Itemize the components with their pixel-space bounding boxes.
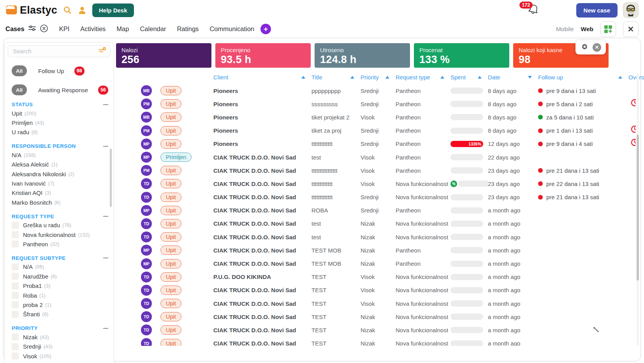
filter-item-aleksandra-nikoloski[interactable]: Aleksandra Nikoloski(2) (8, 169, 111, 179)
assignee-avatar[interactable]: TD (141, 298, 152, 309)
status-chip[interactable]: Upit (160, 232, 181, 242)
sort-desc-icon[interactable] (528, 76, 532, 79)
assignee-avatar[interactable]: MP (141, 139, 152, 149)
status-chip[interactable]: Upit (160, 206, 181, 215)
checkbox[interactable] (12, 263, 19, 270)
checkbox[interactable] (12, 292, 19, 299)
app-logo[interactable]: Elastyc (5, 4, 57, 17)
status-chip[interactable]: Upit (160, 312, 181, 321)
assignee-avatar[interactable]: MP (141, 245, 152, 256)
checkbox[interactable] (12, 343, 19, 350)
filter-item-u-radu[interactable]: U radu(8) (8, 128, 111, 137)
collapse-icon[interactable] (103, 104, 108, 105)
filter-sliders-icon[interactable] (28, 25, 36, 33)
sidebar-scrollbar[interactable] (110, 149, 112, 207)
sort-asc-icon[interactable] (385, 76, 389, 79)
filter-item-gre-ka-u-radu[interactable]: Greška u radu(78) (8, 221, 111, 230)
collapse-icon[interactable] (103, 328, 108, 329)
table-row[interactable]: PMUpitPioneerssssssssssSrednjiPantheon8 … (116, 97, 636, 110)
sort-asc-icon[interactable] (350, 76, 354, 79)
tab-activities[interactable]: Activities (80, 25, 106, 33)
close-icon[interactable]: ✕ (623, 21, 639, 37)
kpi-card-utroseno[interactable]: Utroseno124.8 h (315, 43, 410, 68)
table-row[interactable]: TDUpitCIAK TRUCK D.O.O. Novi Sadtttttttt… (116, 191, 636, 204)
assignee-avatar[interactable]: TD (141, 338, 152, 346)
filter-item-roba[interactable]: Roba(1) (8, 291, 111, 300)
filter-item-aleksa-aleksi[interactable]: Aleksa Aleksić(1) (8, 160, 111, 169)
add-tab-button[interactable]: + (260, 24, 271, 34)
dashboard-add-icon[interactable] (600, 21, 616, 37)
filter-item-visok[interactable]: Visok(105) (8, 351, 111, 361)
status-chip[interactable]: Upit (160, 286, 181, 295)
all-pill[interactable]: All (12, 84, 27, 95)
assignee-avatar[interactable]: MP (141, 152, 152, 163)
filter-item-srednji[interactable]: Srednji(43) (8, 342, 111, 351)
kpi-card-procenat[interactable]: Procenat133 % (414, 43, 509, 68)
status-chip[interactable]: Upit (160, 259, 181, 268)
status-chip[interactable]: Primljen (160, 153, 192, 162)
filter-item-primljen[interactable]: Primljen(43) (8, 118, 111, 127)
tab-cases[interactable]: Cases (5, 24, 48, 34)
filter-item-n-a[interactable]: N/A(86) (8, 262, 111, 272)
checkbox[interactable] (12, 333, 19, 340)
search-icon[interactable] (63, 5, 72, 15)
checkbox[interactable] (12, 352, 19, 359)
status-chip[interactable]: Upit (160, 126, 181, 135)
status-chip[interactable]: Upit (160, 325, 181, 335)
table-row[interactable]: MBUpitPioneerspppppppppSrednjiPantheon8 … (116, 84, 636, 97)
filter-add-icon[interactable] (98, 47, 106, 56)
column-header-date[interactable]: Date (488, 74, 538, 81)
table-row[interactable]: MPUpitPioneerstttttttttttttSrednjiPanthe… (116, 137, 636, 151)
checkbox[interactable] (12, 311, 19, 318)
checkbox[interactable] (12, 273, 19, 280)
assignee-avatar[interactable]: TD (141, 178, 152, 189)
checkbox[interactable] (12, 240, 19, 247)
all-pill[interactable]: All (12, 65, 27, 76)
quick-filter-follow-up[interactable]: AllFollow Up98 (12, 65, 111, 76)
table-row[interactable]: MPUpitCIAK TRUCK D.O.O. Novi SadROBASred… (116, 204, 636, 217)
table-row[interactable]: TDUpitCIAK TRUCK D.O.O. Novi SadTESTViso… (116, 297, 636, 310)
assignee-avatar[interactable]: MP (141, 258, 152, 269)
column-header-follow-up[interactable]: Follow up (538, 74, 628, 81)
table-row[interactable]: TDUpitCIAK TRUCK D.O.O. Novi SadTESTNiza… (116, 323, 636, 337)
tab-map[interactable]: Map (116, 25, 129, 33)
status-chip[interactable]: Upit (160, 219, 181, 228)
assignee-avatar[interactable]: TD (141, 272, 152, 282)
sort-asc-icon[interactable] (618, 76, 622, 79)
checkbox[interactable] (12, 222, 19, 229)
clear-filter-icon[interactable] (40, 24, 48, 34)
workspace-button[interactable]: Help Desk (92, 4, 134, 17)
mode-web[interactable]: Web (581, 26, 593, 33)
filter-item-marko-bosnitch[interactable]: Marko Bosnitch(6) (8, 198, 111, 207)
assignee-avatar[interactable]: TD (141, 218, 152, 229)
sort-asc-icon[interactable] (478, 76, 482, 79)
status-chip[interactable]: Upit (160, 139, 181, 149)
notifications-bell[interactable]: 172 (527, 3, 540, 17)
collapse-icon[interactable] (103, 216, 108, 217)
status-chip[interactable]: Upit (160, 179, 181, 188)
table-row[interactable]: TDUpitCIAK TRUCK D.O.O. Novi SadTESTNiza… (116, 310, 636, 323)
assignee-avatar[interactable]: MB (141, 85, 152, 96)
assignee-avatar[interactable]: TD (141, 285, 152, 296)
user-avatar[interactable] (623, 2, 639, 18)
table-row[interactable]: TDUpitCIAK TRUCK D.O.O. Novi SadtestNiza… (116, 230, 636, 244)
filter-item-pantheon[interactable]: Pantheon(32) (8, 239, 111, 249)
filter-item-nizak[interactable]: Nizak(43) (8, 332, 111, 342)
table-row[interactable]: PMUpitPioneerstiket za projSrednjiPanthe… (116, 124, 636, 137)
tab-calendar[interactable]: Calendar (140, 25, 166, 33)
assignee-avatar[interactable]: TD (141, 311, 152, 322)
gear-icon[interactable] (580, 43, 588, 52)
assignee-avatar[interactable]: MP (141, 205, 152, 216)
status-chip[interactable]: Upit (160, 299, 181, 308)
status-chip[interactable]: Upit (160, 99, 181, 109)
table-row[interactable]: MPUpitCIAK TRUCK D.O.O. Novi SadTEST MOB… (116, 244, 636, 257)
assignee-avatar[interactable]: PM (141, 165, 152, 176)
column-header-request-type[interactable]: Request type (396, 74, 450, 81)
status-chip[interactable]: Upit (160, 339, 181, 346)
column-header-title[interactable]: Title (311, 74, 361, 81)
sort-asc-icon[interactable] (301, 76, 305, 79)
assignee-avatar[interactable]: PM (141, 125, 152, 136)
kpi-card-nalozi[interactable]: Nalozi256 (116, 43, 211, 68)
filter-item-ivan-ivanovi[interactable]: Ivan Ivanović(7) (8, 179, 111, 188)
status-chip[interactable]: Upit (160, 86, 181, 95)
